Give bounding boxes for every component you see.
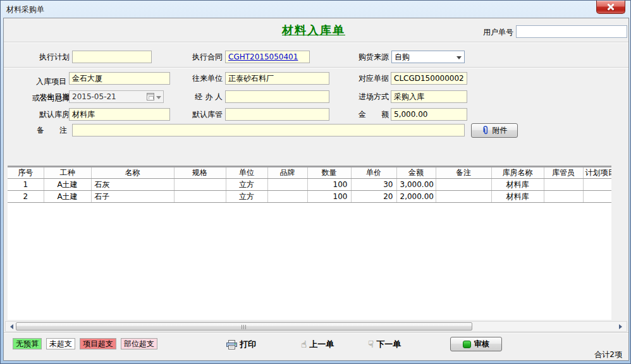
attachment-button-label: 附件 — [493, 125, 508, 136]
table-cell: 100 — [307, 179, 351, 191]
column-header[interactable]: 工种 — [44, 167, 91, 179]
source-label: 购货来源 — [352, 51, 389, 63]
remark-input[interactable] — [72, 124, 465, 136]
exec-contract-link[interactable]: CGHT2015050401 — [228, 52, 298, 61]
total-count-label: 合计2项 — [594, 349, 622, 360]
project-label-line1: 入库项目 — [36, 77, 66, 86]
column-header[interactable]: 规格 — [174, 167, 226, 179]
column-header[interactable]: 计划项目 — [583, 167, 611, 179]
divider — [4, 67, 628, 68]
table-cell — [174, 191, 226, 203]
table-cell — [174, 179, 226, 191]
table-cell: A土建 — [44, 179, 91, 191]
table-cell — [583, 191, 611, 203]
horizontal-scrollbar[interactable] — [5, 321, 627, 332]
date-dropdown-icon[interactable] — [156, 96, 161, 102]
source-select[interactable]: 自购 — [391, 51, 465, 63]
items-grid: 序号工种名称规格单位品牌数量单价金额备注库房名称库管员计划项目 1A土建石灰立方… — [8, 166, 611, 320]
scroll-right-button[interactable] — [617, 322, 627, 331]
exec-plan-label: 执行计划 — [32, 51, 70, 63]
table-cell: 2,000.00 — [396, 191, 436, 203]
source-selected-value: 自购 — [395, 52, 410, 61]
divider — [4, 42, 628, 43]
column-header[interactable]: 单价 — [351, 167, 396, 179]
printer-icon — [226, 340, 237, 349]
calendar-icon[interactable] — [147, 93, 154, 100]
handler-label: 经 办 人 — [186, 90, 223, 103]
divider — [4, 332, 628, 334]
table-cell: A土建 — [44, 191, 91, 203]
exec-plan-input[interactable] — [72, 51, 152, 63]
table-cell — [267, 191, 307, 203]
ref-doc-label: 对应单据 — [352, 72, 389, 85]
column-header[interactable]: 库管员 — [544, 167, 583, 179]
table-cell: 100 — [307, 191, 351, 203]
supplier-input[interactable]: 正泰砂石料厂 — [225, 72, 329, 85]
amount-input[interactable]: 5,000.00 — [391, 108, 467, 121]
exec-contract-label: 执行合同 — [186, 51, 223, 63]
scroll-left-button[interactable] — [6, 322, 15, 331]
scrollbar-thumb[interactable] — [16, 322, 472, 331]
close-button[interactable] — [596, 1, 625, 14]
warehouse-input[interactable]: 材料库 — [69, 108, 170, 121]
next-record-label: 下一单 — [376, 339, 401, 350]
ref-doc-input[interactable]: CLCGD150000002 — [391, 72, 467, 85]
table-cell — [436, 179, 491, 191]
table-cell — [544, 191, 583, 203]
table-cell: 1 — [8, 179, 44, 191]
previous-record-button[interactable]: 上一单 — [301, 338, 334, 351]
scrollbar-grip-icon — [242, 325, 247, 329]
next-record-button[interactable]: 下一单 — [368, 338, 401, 351]
items-table: 序号工种名称规格单位品牌数量单价金额备注库房名称库管员计划项目 1A土建石灰立方… — [8, 167, 611, 203]
entry-mode-input[interactable]: 采购入库 — [391, 90, 467, 103]
close-icon — [608, 4, 615, 11]
chevron-down-icon — [456, 56, 462, 62]
project-input[interactable]: 金石大厦 — [69, 72, 170, 85]
keeper-input[interactable] — [225, 108, 329, 121]
previous-record-label: 上一单 — [309, 339, 334, 350]
column-header[interactable]: 库房名称 — [491, 167, 544, 179]
attachment-button[interactable]: 附件 — [471, 123, 518, 138]
status-badge: 未超支 — [46, 338, 75, 349]
keeper-label: 默认库管 — [186, 108, 223, 121]
print-button-label: 打印 — [240, 339, 256, 350]
column-header[interactable]: 备注 — [436, 167, 491, 179]
audit-green-icon — [463, 341, 471, 348]
entry-mode-label: 进场方式 — [352, 90, 389, 103]
audit-button[interactable]: 审核 — [450, 337, 502, 351]
page-title: 材料入库单 — [257, 23, 371, 38]
window-title: 材料采购单 — [6, 4, 44, 15]
column-header[interactable]: 名称 — [91, 167, 174, 179]
window: 材料采购单 材料入库单 用户单号 执行计划 执行合同 CGHT201505040… — [0, 0, 631, 364]
table-row[interactable]: 2A土建石子立方100202,000.00材料库 — [8, 191, 611, 203]
table-header-row: 序号工种名称规格单位品牌数量单价金额备注库房名称库管员计划项目 — [8, 167, 611, 179]
table-cell: 材料库 — [491, 179, 544, 191]
arrow-right-icon — [619, 324, 625, 329]
column-header[interactable]: 数量 — [307, 167, 351, 179]
print-button[interactable]: 打印 — [226, 338, 256, 351]
table-cell: 石子 — [91, 191, 174, 203]
column-header[interactable]: 品牌 — [267, 167, 307, 179]
supplier-label: 往来单位 — [186, 72, 223, 85]
status-badge: 无预算 — [13, 338, 42, 349]
hand-down-icon — [368, 339, 374, 350]
handler-input[interactable] — [225, 90, 329, 103]
paperclip-icon — [482, 126, 489, 135]
table-cell: 30 — [351, 179, 396, 191]
table-cell: 3,000.00 — [396, 179, 436, 191]
table-cell — [436, 191, 491, 203]
column-header[interactable]: 单位 — [226, 167, 267, 179]
table-row[interactable]: 1A土建石灰立方100303,000.00材料库 — [8, 179, 611, 191]
budget-badges: 无预算未超支项目超支部位超支 — [13, 338, 157, 349]
exec-contract-input: CGHT2015050401 — [225, 51, 310, 63]
table-cell: 石灰 — [91, 179, 174, 191]
user-no-input[interactable] — [516, 25, 627, 38]
column-header[interactable]: 序号 — [8, 167, 44, 179]
status-badge: 项目超支 — [80, 338, 116, 349]
table-cell — [544, 179, 583, 191]
date-input[interactable]: 2015-05-21 — [69, 90, 164, 103]
audit-button-label: 审核 — [474, 339, 489, 349]
column-header[interactable]: 金额 — [396, 167, 436, 179]
table-cell — [583, 179, 611, 191]
status-badge: 部位超支 — [121, 338, 157, 349]
